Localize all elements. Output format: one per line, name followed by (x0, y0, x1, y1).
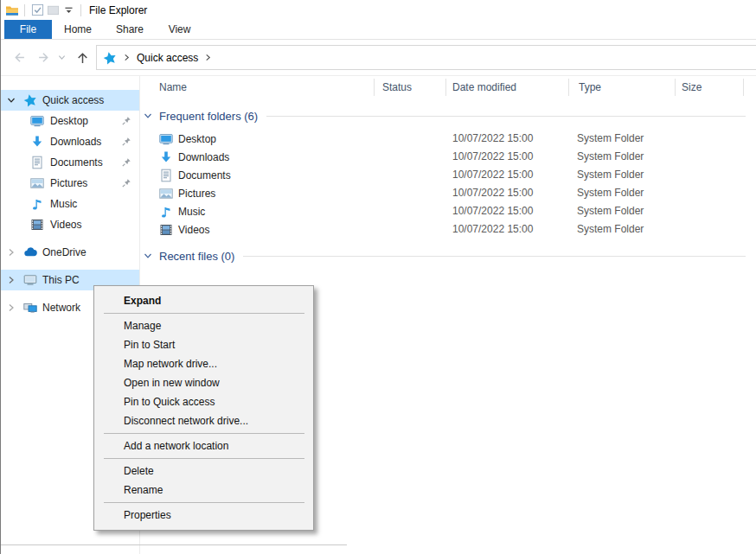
menu-item-rename[interactable]: Rename (94, 481, 313, 500)
forward-arrow-icon[interactable] (35, 48, 53, 66)
sidebar-item-quick-access[interactable]: Quick access (1, 90, 139, 111)
menu-item-delete[interactable]: Delete (94, 462, 313, 481)
menu-item-map-network-drive[interactable]: Map network drive... (94, 354, 313, 373)
menu-item-manage[interactable]: Manage (94, 316, 313, 335)
sidebar-item-desktop[interactable]: Desktop (1, 111, 139, 131)
menu-item-properties[interactable]: Properties (94, 506, 313, 525)
address-bar[interactable]: Quick access (96, 45, 756, 70)
pictures-icon (159, 187, 173, 201)
group-header-frequent-folders[interactable]: Frequent folders (6) (140, 107, 756, 124)
this-pc-icon (23, 273, 37, 287)
desktop-icon (159, 132, 173, 146)
chevron-down-icon (144, 111, 152, 120)
menu-item-pin-to-quick-access[interactable]: Pin to Quick access (94, 392, 313, 411)
breadcrumb-chevron-icon[interactable] (204, 52, 212, 64)
breadcrumb-location[interactable]: Quick access (137, 52, 198, 64)
chevron-down-icon (144, 252, 152, 260)
desktop-icon (30, 114, 44, 128)
chevron-down-icon[interactable] (7, 96, 16, 105)
file-row-desktop[interactable]: Desktop 10/07/2022 15:00 System Folder (140, 130, 756, 148)
column-resize-handle[interactable] (568, 79, 569, 96)
file-row-documents[interactable]: Documents 10/07/2022 15:00 System Folder (140, 166, 756, 184)
group-rule (266, 116, 746, 117)
column-header-status[interactable]: Status (382, 81, 412, 93)
history-dropdown-icon[interactable] (56, 48, 67, 66)
menu-item-add-a-network-location[interactable]: Add a network location (94, 436, 313, 455)
sidebar-item-music[interactable]: Music (1, 194, 139, 214)
window-title: File Explorer (89, 4, 147, 16)
new-folder-icon[interactable] (45, 3, 61, 18)
videos-icon (159, 223, 173, 237)
menu-separator (104, 458, 304, 459)
menu-item-disconnect-network-drive[interactable]: Disconnect network drive... (94, 411, 313, 430)
column-header-row: Name Status Date modified Type Size (140, 76, 756, 99)
file-row-pictures[interactable]: Pictures 10/07/2022 15:00 System Folder (140, 184, 756, 202)
quick-access-star-icon (23, 93, 37, 107)
pin-icon (120, 136, 132, 148)
qat-separator (80, 4, 81, 16)
music-icon (159, 205, 173, 219)
pictures-icon (30, 176, 44, 190)
chevron-right-icon[interactable] (7, 276, 16, 284)
menu-item-expand[interactable]: Expand (94, 291, 313, 310)
pin-icon (120, 177, 132, 189)
menu-item-pin-to-start[interactable]: Pin to Start (94, 335, 313, 354)
column-header-type[interactable]: Type (579, 81, 601, 93)
frequent-folders-list: Desktop 10/07/2022 15:00 System Folder D… (140, 130, 756, 239)
column-resize-handle[interactable] (445, 79, 446, 96)
chevron-right-icon[interactable] (7, 303, 16, 312)
group-header-recent-files[interactable]: Recent files (0) (140, 247, 756, 264)
back-arrow-icon[interactable] (10, 48, 27, 66)
ribbon-tab-bar: File Home Share View (1, 20, 756, 40)
sidebar-item-documents[interactable]: Documents (1, 152, 139, 173)
properties-check-icon[interactable] (29, 3, 45, 18)
quick-access-star-icon (103, 51, 117, 65)
breadcrumb-chevron-icon[interactable] (123, 52, 131, 64)
context-menu: Expand Manage Pin to Start Map network d… (93, 285, 314, 531)
group-rule (243, 256, 746, 257)
window-bottom-edge (1, 544, 347, 545)
navigation-bar: Quick access (1, 40, 756, 76)
file-row-music[interactable]: Music 10/07/2022 15:00 System Folder (140, 202, 756, 220)
up-arrow-icon[interactable] (74, 48, 91, 66)
column-resize-handle[interactable] (675, 79, 676, 96)
network-icon (23, 301, 37, 315)
downloads-icon (30, 135, 44, 149)
qat-separator (24, 4, 25, 16)
menu-separator (104, 502, 304, 503)
explorer-logo-icon (4, 3, 20, 18)
menu-item-open-in-new-window[interactable]: Open in new window (94, 373, 313, 392)
column-header-name[interactable]: Name (159, 81, 187, 93)
column-resize-handle[interactable] (374, 79, 375, 96)
tab-share[interactable]: Share (104, 20, 156, 39)
music-icon (30, 197, 44, 211)
onedrive-icon (23, 245, 37, 259)
tab-home[interactable]: Home (52, 20, 104, 39)
title-bar: File Explorer (1, 0, 756, 20)
videos-icon (30, 218, 44, 232)
sidebar-item-videos[interactable]: Videos (1, 214, 139, 235)
pin-icon (120, 115, 132, 127)
documents-icon (30, 156, 44, 169)
tab-file[interactable]: File (4, 20, 52, 39)
file-row-videos[interactable]: Videos 10/07/2022 15:00 System Folder (140, 220, 756, 239)
column-header-date-modified[interactable]: Date modified (452, 81, 516, 93)
column-header-size[interactable]: Size (682, 81, 702, 93)
chevron-right-icon[interactable] (7, 248, 16, 257)
sidebar-item-onedrive[interactable]: OneDrive (1, 242, 139, 263)
qat-dropdown-icon[interactable] (61, 3, 76, 18)
downloads-icon (159, 150, 173, 164)
file-row-downloads[interactable]: Downloads 10/07/2022 15:00 System Folder (140, 148, 756, 166)
sidebar-item-downloads[interactable]: Downloads (1, 131, 139, 152)
column-resize-handle[interactable] (743, 79, 744, 96)
file-explorer-window: File Explorer File Home Share View Quic (0, 0, 756, 554)
tab-view[interactable]: View (156, 20, 203, 39)
menu-separator (104, 433, 304, 434)
menu-separator (104, 313, 304, 314)
documents-icon (159, 169, 173, 182)
sidebar-item-pictures[interactable]: Pictures (1, 173, 139, 194)
pin-icon (120, 156, 132, 169)
